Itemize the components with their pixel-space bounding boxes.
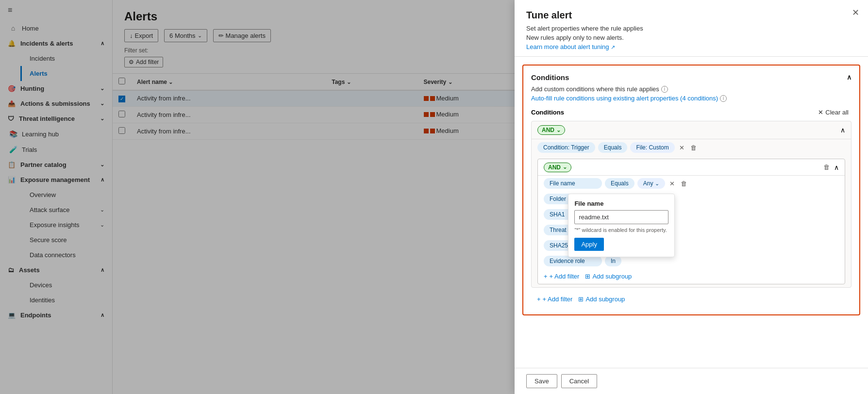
info-icon: i [661, 86, 668, 93]
filter-operator-pill: Equals [605, 178, 634, 189]
inner-add-row: + + Add filter ⊞ Add subgroup [538, 269, 845, 284]
filename-dropdown: Any ⌄ File name "*" wildcard is enabled … [637, 178, 666, 189]
chevron-down-icon: ⌄ [655, 181, 659, 187]
collapse-inner-icon[interactable]: ∧ [834, 164, 839, 171]
conditions-desc: Add custom conditions where this rule ap… [531, 85, 851, 93]
panel-header: Tune alert Set alert properties where th… [515, 0, 868, 57]
chevron-up-icon[interactable]: ∧ [847, 73, 851, 81]
cancel-button[interactable]: Cancel [561, 374, 597, 388]
outer-and-group: AND ⌄ ∧ Condition: Trigger Equals File: … [531, 121, 851, 288]
plus-icon: + [544, 273, 548, 280]
apply-button[interactable]: Apply [574, 238, 604, 251]
filename-hint: "*" wildcard is enabled for this propert… [574, 227, 668, 233]
filter-operator-pill: In [605, 256, 621, 266]
panel-desc-2: New rules apply only to new alerts. [526, 34, 856, 41]
x-icon: ✕ [818, 109, 823, 116]
clear-all-button[interactable]: ✕ Clear all [815, 108, 851, 117]
filter-field-pill: Evidence role [544, 256, 602, 266]
remove-filter-button[interactable]: ✕ [668, 179, 676, 189]
inner-and-header: AND ⌄ 🗑 ∧ [538, 159, 845, 176]
filename-popup: File name "*" wildcard is enabled for th… [568, 194, 675, 257]
inner-and-badge[interactable]: AND ⌄ [544, 163, 571, 172]
learn-more-link[interactable]: Learn more about alert tuning ↗ [526, 43, 615, 50]
file-custom-pill[interactable]: File: Custom [630, 142, 674, 153]
filename-input[interactable] [574, 210, 668, 224]
condition-trigger-pill: Condition: Trigger [537, 142, 595, 153]
delete-filter-button[interactable]: 🗑 [679, 179, 688, 189]
delete-inner-group-button[interactable]: 🗑 [822, 162, 831, 172]
filter-value-any[interactable]: Any ⌄ [637, 178, 666, 189]
conditions-label: Conditions [531, 109, 564, 116]
panel-desc-1: Set alert properties where the rule appl… [526, 25, 856, 32]
filename-popup-label: File name [574, 200, 668, 207]
info-icon: i [720, 95, 727, 102]
delete-condition-button[interactable]: 🗑 [689, 143, 698, 153]
conditions-section: Conditions ∧ Add custom conditions where… [522, 65, 860, 315]
external-link-icon: ↗ [611, 44, 615, 50]
outer-and-badge[interactable]: AND ⌄ [537, 125, 565, 135]
outer-and-header: AND ⌄ ∧ [532, 121, 851, 139]
remove-condition-button[interactable]: ✕ [678, 143, 686, 153]
panel-footer: Save Cancel [515, 368, 868, 394]
collapse-icon[interactable]: ∧ [840, 126, 845, 134]
inner-add-subgroup-button[interactable]: ⊞ Add subgroup [585, 273, 632, 280]
filter-field-pill: File name [544, 178, 602, 189]
subgroup-icon: ⊞ [585, 273, 590, 280]
plus-icon: + [537, 296, 541, 303]
conditions-title: Conditions ∧ [531, 73, 851, 82]
filter-row-filename: File name Equals Any ⌄ File name "*" wil… [538, 176, 845, 191]
autofill-link[interactable]: Auto-fill rule conditions using existing… [531, 95, 851, 102]
outer-condition-row: Condition: Trigger Equals File: Custom ✕… [532, 139, 851, 156]
outer-add-filter-button[interactable]: + + Add filter [537, 296, 572, 303]
inner-and-group: AND ⌄ 🗑 ∧ File name Equals Any [537, 159, 845, 284]
chevron-down-icon: ⌄ [556, 127, 561, 133]
panel-title: Tune alert [526, 10, 856, 21]
conditions-row: Conditions ✕ Clear all [531, 108, 851, 117]
equals-pill: Equals [598, 142, 628, 153]
subgroup-icon: ⊞ [578, 296, 584, 303]
close-button[interactable]: ✕ [849, 6, 862, 19]
inner-add-filter-button[interactable]: + + Add filter [544, 273, 579, 280]
outer-add-row: + + Add filter ⊞ Add subgroup [531, 292, 851, 307]
outer-add-subgroup-button[interactable]: ⊞ Add subgroup [578, 296, 625, 303]
save-button[interactable]: Save [526, 374, 557, 388]
chevron-down-icon: ⌄ [563, 164, 567, 170]
tune-alert-panel: ✕ Tune alert Set alert properties where … [515, 0, 868, 394]
